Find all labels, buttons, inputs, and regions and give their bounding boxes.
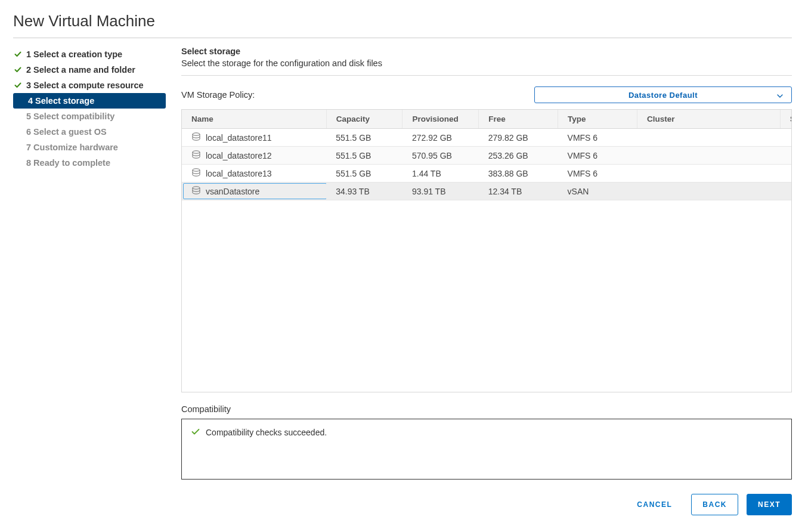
cell-provisioned: 272.92 GB (402, 129, 479, 147)
cell-name: local_datastore12 (182, 147, 326, 165)
check-icon (13, 67, 23, 73)
content-title: Select storage (181, 47, 792, 56)
table-header-row: Name Capacity Provisioned Free Type Clus… (182, 110, 791, 129)
storage-policy-label: VM Storage Policy: (181, 90, 255, 100)
table-row[interactable]: local_datastore11551.5 GB272.92 GB279.82… (182, 129, 791, 147)
datastore-name: local_datastore11 (206, 133, 272, 143)
wizard-step-1[interactable]: 1 Select a creation type (13, 47, 166, 62)
wizard-step-label: 3 Select a compute resource (26, 81, 144, 90)
cell-cluster (637, 183, 780, 200)
datastore-icon (191, 186, 201, 196)
datastore-name: local_datastore13 (206, 169, 272, 178)
wizard-content: Select storage Select the storage for th… (181, 47, 792, 515)
datastore-name: vsanDatastore (206, 187, 259, 196)
cell-provisioned: 570.95 GB (402, 147, 479, 165)
col-capacity[interactable]: Capacity (326, 110, 402, 129)
check-icon (191, 428, 200, 437)
cell-type: VMFS 6 (558, 165, 637, 183)
storage-policy-select[interactable]: Datastore Default (534, 86, 792, 103)
wizard-step-label: 8 Ready to complete (26, 158, 110, 168)
check-icon (13, 82, 23, 88)
wizard-step-5: 5 Select compatibility (13, 109, 166, 124)
cell-capacity: 551.5 GB (326, 147, 402, 165)
svg-point-3 (193, 187, 200, 189)
back-button[interactable]: BACK (691, 494, 738, 515)
wizard-step-label: 5 Select compatibility (26, 112, 114, 121)
cell-cluster (637, 129, 780, 147)
compatibility-box: Compatibility checks succeeded. (181, 419, 792, 480)
cell-more (781, 183, 791, 200)
table-row[interactable]: local_datastore12551.5 GB570.95 GB253.26… (182, 147, 791, 165)
wizard-steps: 1 Select a creation type2 Select a name … (13, 47, 166, 515)
cell-provisioned: 93.91 TB (402, 183, 479, 200)
svg-point-0 (193, 133, 200, 135)
cell-capacity: 34.93 TB (326, 183, 402, 200)
cancel-button[interactable]: CANCEL (626, 494, 683, 515)
wizard-step-3[interactable]: 3 Select a compute resource (13, 78, 166, 93)
next-button[interactable]: NEXT (747, 494, 792, 515)
compatibility-label: Compatibility (181, 404, 792, 414)
cell-more (781, 147, 791, 165)
datastore-name: local_datastore12 (206, 151, 272, 160)
cell-type: vSAN (558, 183, 637, 200)
compatibility-message: Compatibility checks succeeded. (206, 428, 327, 437)
wizard-step-7: 7 Customize hardware (13, 140, 166, 155)
cell-type: VMFS 6 (558, 129, 637, 147)
wizard-step-4[interactable]: 4 Select storage (13, 93, 166, 109)
datastore-icon (191, 150, 201, 160)
cell-more (781, 129, 791, 147)
col-cluster[interactable]: Cluster (637, 110, 780, 129)
cell-name: vsanDatastore (182, 183, 326, 200)
datastore-icon (191, 132, 201, 143)
check-icon (13, 51, 23, 57)
col-provisioned[interactable]: Provisioned (402, 110, 479, 129)
svg-point-2 (193, 169, 200, 171)
wizard-title: New Virtual Machine (13, 12, 792, 38)
chevron-down-icon (777, 90, 783, 100)
wizard-step-label: 6 Select a guest OS (26, 127, 107, 137)
cell-capacity: 551.5 GB (326, 129, 402, 147)
cell-free: 12.34 TB (479, 183, 558, 200)
wizard-step-label: 2 Select a name and folder (26, 65, 135, 75)
new-vm-wizard: New Virtual Machine 1 Select a creation … (0, 0, 805, 526)
content-divider (181, 75, 792, 76)
cell-cluster (637, 165, 780, 183)
col-more[interactable]: S (781, 110, 791, 129)
cell-free: 383.88 GB (479, 165, 558, 183)
storage-policy-selected: Datastore Default (628, 91, 698, 100)
storage-policy-row: VM Storage Policy: Datastore Default (181, 86, 792, 103)
cell-free: 279.82 GB (479, 129, 558, 147)
wizard-step-8: 8 Ready to complete (13, 155, 166, 171)
table-row[interactable]: local_datastore13551.5 GB1.44 TB383.88 G… (182, 165, 791, 183)
cell-capacity: 551.5 GB (326, 165, 402, 183)
wizard-step-label: 7 Customize hardware (26, 143, 118, 152)
wizard-step-label: 4 Select storage (28, 96, 94, 106)
wizard-footer: CANCEL BACK NEXT (181, 494, 792, 515)
svg-point-1 (193, 151, 200, 153)
col-name[interactable]: Name (182, 110, 326, 129)
datastore-icon (191, 168, 201, 178)
datastore-table-wrap: Name Capacity Provisioned Free Type Clus… (181, 109, 792, 392)
wizard-step-label: 1 Select a creation type (26, 50, 122, 59)
cell-name: local_datastore11 (182, 129, 326, 147)
cell-provisioned: 1.44 TB (402, 165, 479, 183)
compatibility-result: Compatibility checks succeeded. (191, 428, 782, 437)
cell-name: local_datastore13 (182, 165, 326, 183)
datastore-table: Name Capacity Provisioned Free Type Clus… (182, 110, 791, 200)
wizard-step-2[interactable]: 2 Select a name and folder (13, 62, 166, 78)
table-row[interactable]: vsanDatastore34.93 TB93.91 TB12.34 TBvSA… (182, 183, 791, 200)
col-free[interactable]: Free (479, 110, 558, 129)
wizard-step-6: 6 Select a guest OS (13, 124, 166, 140)
content-header: Select storage Select the storage for th… (181, 47, 792, 68)
cell-cluster (637, 147, 780, 165)
cell-free: 253.26 GB (479, 147, 558, 165)
cell-type: VMFS 6 (558, 147, 637, 165)
cell-more (781, 165, 791, 183)
content-subtitle: Select the storage for the configuration… (181, 58, 792, 68)
col-type[interactable]: Type (558, 110, 637, 129)
